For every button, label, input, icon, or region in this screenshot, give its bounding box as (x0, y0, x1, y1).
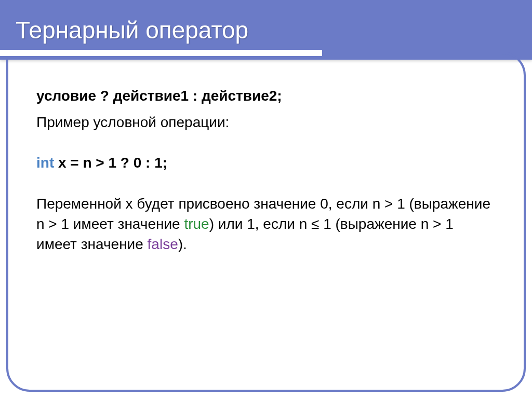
explanation-text: Переменной x будет присвоено значение 0,… (36, 194, 496, 255)
example-label: Пример условной операции: (36, 112, 496, 133)
keyword-int: int (36, 155, 54, 171)
slide-title: Тернарный оператор (16, 16, 248, 44)
syntax-line: условие ? действие1 : действие2; (36, 86, 496, 107)
explanation-part3: ). (178, 236, 187, 252)
keyword-false: false (148, 236, 178, 252)
keyword-true: true (184, 216, 209, 232)
code-rest: x = n > 1 ? 0 : 1; (54, 155, 167, 171)
frame-cut (0, 50, 322, 56)
content-area: условие ? действие1 : действие2; Пример … (36, 86, 496, 254)
code-line: int x = n > 1 ? 0 : 1; (36, 153, 496, 174)
slide: Тернарный оператор условие ? действие1 :… (0, 0, 532, 398)
